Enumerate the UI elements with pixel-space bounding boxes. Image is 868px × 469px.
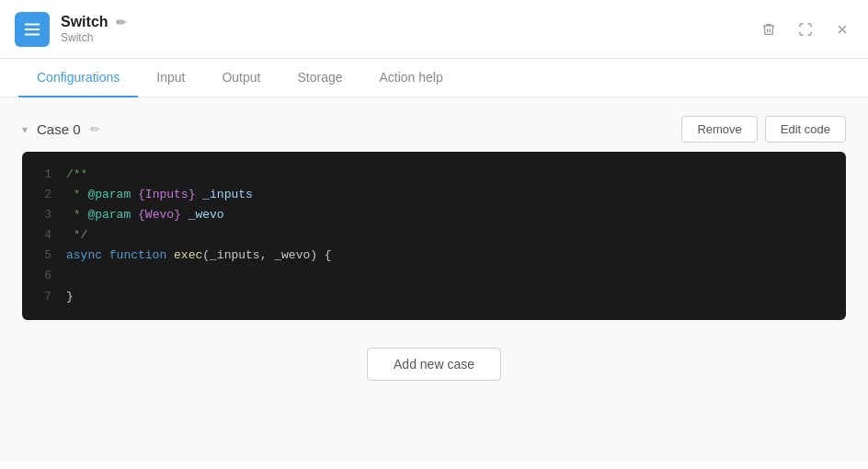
code-line-2: 2 * @param {Inputs} _inputs: [22, 185, 846, 205]
title-edit-icon[interactable]: ✏: [116, 16, 126, 29]
app-title: Switch: [61, 14, 108, 30]
title-group: Switch ✏ Switch: [61, 14, 126, 44]
case-header: ▾ Case 0 ✏ Remove Edit code: [22, 116, 846, 143]
app-subtitle: Switch: [61, 31, 126, 44]
add-case-wrapper: Add new case: [22, 348, 846, 381]
tab-configurations[interactable]: Configurations: [18, 59, 138, 97]
header-right: [758, 18, 853, 40]
code-line-3: 3 * @param {Wevo} _wevo: [22, 205, 846, 225]
tab-input[interactable]: Input: [138, 59, 203, 97]
app-icon: [15, 12, 50, 47]
edit-code-button[interactable]: Edit code: [765, 116, 846, 143]
content-area: ▾ Case 0 ✏ Remove Edit code 1 /** 2 * @p…: [0, 97, 868, 463]
case-edit-icon[interactable]: ✏: [90, 122, 100, 136]
code-line-5: 5 async function exec(_inputs, _wevo) {: [22, 246, 846, 266]
code-line-6: 6: [22, 266, 846, 286]
case-actions: Remove Edit code: [681, 116, 846, 143]
code-line-4: 4 */: [22, 225, 846, 246]
svg-rect-2: [25, 33, 40, 35]
svg-rect-0: [25, 23, 40, 25]
title-main: Switch ✏: [61, 14, 126, 30]
tab-output[interactable]: Output: [203, 59, 279, 97]
tabs: Configurations Input Output Storage Acti…: [0, 59, 868, 97]
case-chevron-icon[interactable]: ▾: [22, 123, 28, 136]
code-line-1: 1 /**: [22, 165, 846, 185]
svg-rect-1: [25, 29, 40, 30]
code-line-7: 7 }: [22, 287, 846, 307]
code-editor[interactable]: 1 /** 2 * @param {Inputs} _inputs 3 * @p…: [22, 152, 846, 320]
header: Switch ✏ Switch: [0, 0, 868, 59]
remove-button[interactable]: Remove: [681, 116, 757, 143]
tab-action-help[interactable]: Action help: [361, 59, 462, 97]
add-new-case-button[interactable]: Add new case: [367, 348, 501, 381]
tab-storage[interactable]: Storage: [279, 59, 360, 97]
close-button[interactable]: [831, 18, 853, 40]
expand-button[interactable]: [794, 18, 817, 40]
header-left: Switch ✏ Switch: [15, 12, 126, 47]
case-label: Case 0: [37, 121, 81, 137]
delete-button[interactable]: [758, 18, 780, 40]
case-title: ▾ Case 0 ✏: [22, 121, 100, 137]
